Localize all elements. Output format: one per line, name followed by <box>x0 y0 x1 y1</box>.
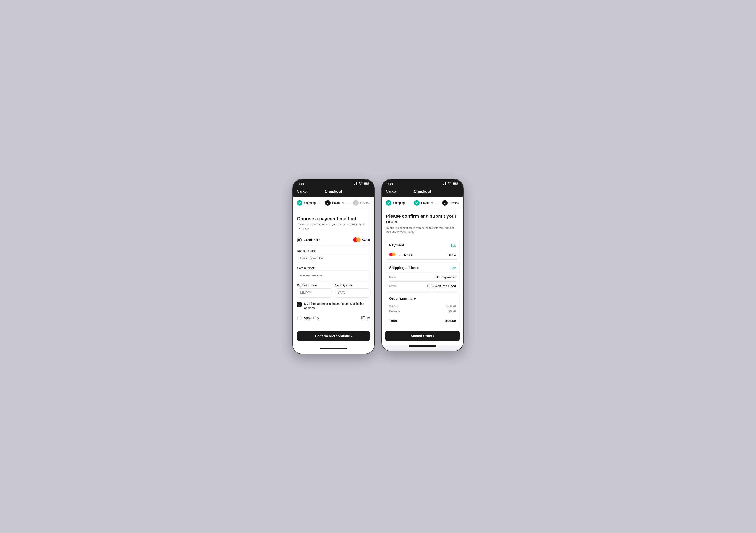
expiry-label: Expiration date <box>297 284 332 287</box>
battery-icon-2 <box>453 182 458 185</box>
nav-bar-1: Cancel Checkout <box>293 187 374 197</box>
payment-section: Choose a payment method You will not be … <box>293 212 374 328</box>
payment-edit-button[interactable]: Edit <box>450 244 456 247</box>
shipping-street-label: Street <box>389 284 396 287</box>
delivery-row: Delivery $9.90 <box>389 309 456 314</box>
subtotal-row: Subtotal $86.70 <box>389 304 456 309</box>
security-label: Security code <box>335 284 370 287</box>
cta-section-2: Submit Order › <box>382 327 463 344</box>
svg-rect-2 <box>356 183 356 185</box>
name-on-card-input[interactable] <box>297 254 370 263</box>
step-label-review-2: Review <box>449 201 459 204</box>
credit-card-option[interactable]: Credit card VISA <box>297 234 370 246</box>
order-summary-title: Order summary <box>389 297 456 301</box>
shipping-card-header: Shipping address Edit <box>385 262 460 273</box>
mastercard-icon-small <box>389 253 395 257</box>
nav-bar-2: Cancel Checkout <box>382 187 463 197</box>
step-circle-payment-2 <box>414 200 419 206</box>
step-label-shipping-2: Shipping <box>393 201 405 204</box>
credit-card-radio[interactable] <box>297 238 302 242</box>
privacy-link[interactable]: Privacy Policy <box>397 230 414 233</box>
step-shipping-2: Shipping <box>386 200 405 206</box>
svg-rect-8 <box>445 183 445 185</box>
review-header: Please confirm and submit your order By … <box>382 209 463 237</box>
apple-pay-radio[interactable] <box>297 316 302 320</box>
expiry-security-row: Expiration date Security code <box>297 280 370 298</box>
svg-rect-3 <box>357 182 357 185</box>
delivery-value: $9.90 <box>448 310 456 313</box>
expiry-field: Expiration date <box>297 280 332 298</box>
step-payment-2: Payment <box>414 200 433 206</box>
confirm-continue-label: Confirm and continue › <box>315 334 352 338</box>
svg-rect-6 <box>443 184 444 185</box>
total-label: Total <box>389 319 397 323</box>
review-title: Please confirm and submit your order <box>386 213 459 225</box>
step-review-2: 3 Review <box>442 200 459 206</box>
submit-order-button[interactable]: Submit Order › <box>385 331 460 341</box>
svg-rect-1 <box>355 183 355 185</box>
step-circle-review-2: 3 <box>442 200 447 206</box>
step-circle-shipping-1 <box>297 200 303 206</box>
cta-section-1: Confirm and continue › <box>293 328 374 347</box>
screens-container: 9:41 <box>292 179 464 354</box>
step-label-review-1: Review <box>360 201 370 204</box>
wifi-icon-2 <box>448 182 452 185</box>
billing-checkbox-row[interactable]: My billing address is the same as my shi… <box>297 302 370 310</box>
step-review-1: 3 Review <box>353 200 370 206</box>
cancel-button-2[interactable]: Cancel <box>386 190 396 194</box>
radio-inner <box>298 239 300 241</box>
payment-subtitle: You will not be charged until you review… <box>297 223 370 230</box>
status-bar-2: 9:41 <box>382 179 463 187</box>
home-indicator-1 <box>320 348 347 349</box>
svg-rect-5 <box>364 183 368 184</box>
card-number-input[interactable] <box>297 271 370 280</box>
payment-review-card: Payment Edit ···· 6714 01/24 <box>385 240 460 260</box>
confirm-continue-button[interactable]: Confirm and continue › <box>297 331 370 341</box>
total-row: Total $96.60 <box>389 318 456 324</box>
battery-icon <box>364 182 369 185</box>
visa-icon: VISA <box>362 238 370 242</box>
apple-pay-option[interactable]: Apple Pay Pay <box>297 312 370 323</box>
step-payment-1: 2 Payment <box>325 200 344 206</box>
review-screen: 9:41 <box>381 179 464 351</box>
svg-rect-0 <box>354 184 355 185</box>
billing-checkbox[interactable] <box>297 302 302 307</box>
status-bar-1: 9:41 <box>293 179 374 187</box>
name-on-card-label: Name on card <box>297 249 370 253</box>
home-indicator-2 <box>409 345 436 347</box>
signal-icon-2 <box>443 182 447 185</box>
shipping-review-card: Shipping address Edit Name Luke Skywalke… <box>385 262 460 290</box>
wifi-icon <box>359 182 363 185</box>
time-2: 9:41 <box>387 182 393 186</box>
stepper-1: Shipping 2 Payment 3 Review <box>293 197 374 209</box>
page-title-2: Checkout <box>414 189 431 194</box>
shipping-name-label: Name <box>389 276 396 279</box>
subtotal-label: Subtotal <box>389 305 400 308</box>
expiry-input[interactable] <box>297 288 332 298</box>
card-masked-number: ···· 6714 <box>398 253 413 257</box>
step-shipping-1: Shipping <box>297 200 316 206</box>
shipping-card-title: Shipping address <box>389 266 419 270</box>
shipping-street-row: Street 1313 Wolf Pen Road <box>385 281 460 290</box>
payment-card-title: Payment <box>389 243 404 248</box>
shipping-edit-button[interactable]: Edit <box>450 266 456 270</box>
security-input[interactable] <box>335 288 370 298</box>
card-icons: VISA <box>353 237 370 243</box>
subtotal-value: $86.70 <box>447 305 456 308</box>
step-circle-review-1: 3 <box>353 200 359 206</box>
delivery-label: Delivery <box>389 310 400 313</box>
shipping-name-value: Luke Skywalker <box>434 275 456 279</box>
order-summary-section: Order summary Subtotal $86.70 Delivery $… <box>385 293 460 327</box>
apple-pay-label: Apple Pay <box>304 316 319 320</box>
payment-title: Choose a payment method <box>297 216 370 222</box>
step-label-shipping-1: Shipping <box>304 201 316 204</box>
page-title-1: Checkout <box>325 189 342 194</box>
cancel-button-1[interactable]: Cancel <box>297 190 308 194</box>
total-value: $96.60 <box>446 319 456 323</box>
step-circle-shipping-2 <box>386 200 392 206</box>
credit-card-option-left: Credit card <box>297 238 320 242</box>
security-field: Security code <box>335 280 370 298</box>
shipping-name-row: Name Luke Skywalker <box>385 273 460 281</box>
svg-rect-7 <box>444 183 445 185</box>
stepper-2: Shipping Payment 3 Review <box>382 197 463 209</box>
